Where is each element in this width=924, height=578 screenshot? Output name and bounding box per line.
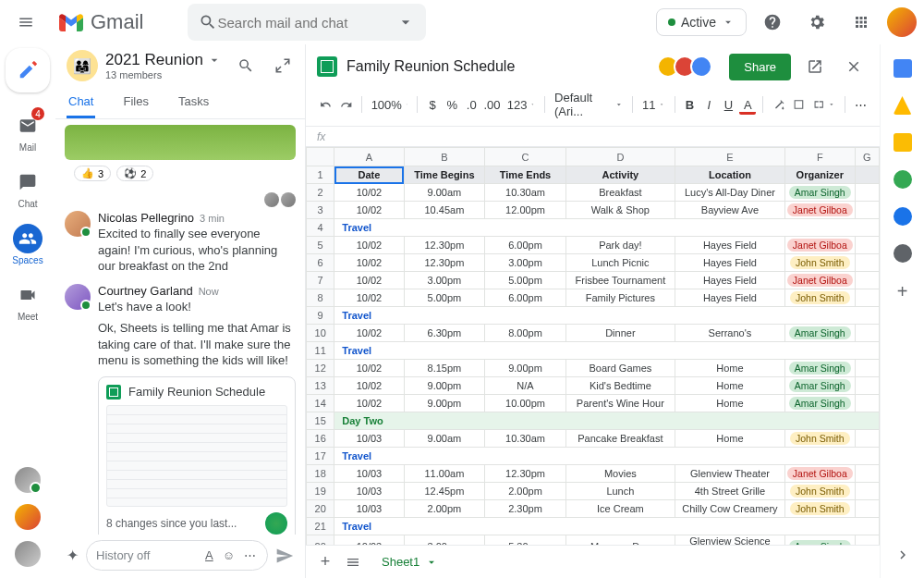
open-new-button[interactable] [800, 52, 830, 81]
cell[interactable]: 12.30pm [404, 237, 485, 254]
cell[interactable]: Home [675, 377, 784, 395]
row-header[interactable]: 1 [307, 166, 334, 184]
cell[interactable]: Movies [565, 465, 675, 483]
cell[interactable]: Lunch [565, 483, 675, 500]
cell[interactable]: 10/02 [334, 184, 404, 202]
cell[interactable]: John Smith [784, 289, 855, 307]
cell[interactable]: 10/02 [334, 360, 404, 377]
cell[interactable]: 10/02 [334, 377, 404, 395]
nav-mail[interactable]: 4 Mail [4, 107, 52, 156]
zoom-select[interactable]: 100% [369, 95, 411, 115]
cell[interactable]: Location [675, 166, 784, 184]
cell[interactable]: 5.00pm [485, 272, 566, 289]
row-header[interactable]: 5 [307, 237, 334, 254]
cell[interactable]: 3.00pm [404, 535, 485, 546]
format-icon[interactable]: A [203, 547, 215, 564]
more-icon[interactable]: ⋯ [242, 547, 258, 564]
cell[interactable]: Lunch Picnic [565, 254, 675, 272]
share-button[interactable]: Share [729, 54, 791, 80]
cell[interactable]: Day Two [334, 412, 880, 430]
cell[interactable]: Kid's Bedtime [565, 377, 675, 395]
cell[interactable]: Chilly Cow Creamery [675, 500, 784, 518]
cell[interactable]: 10/03 [334, 500, 404, 518]
cell[interactable]: Travel [334, 219, 880, 237]
cell[interactable]: Walk & Shop [565, 202, 675, 219]
row-header[interactable]: 3 [307, 202, 334, 219]
help-button[interactable] [754, 4, 791, 41]
cell[interactable]: 2.00pm [485, 483, 566, 500]
cell[interactable]: Travel [334, 342, 880, 360]
close-button[interactable] [839, 52, 869, 81]
message-input[interactable]: History off A ☺ ⋯ [86, 540, 268, 571]
cell[interactable]: Activity [565, 166, 675, 184]
cell[interactable]: Bayview Ave [675, 202, 784, 219]
cell[interactable]: 12.30pm [404, 254, 485, 272]
cell[interactable]: Frisbee Tournament [565, 272, 675, 289]
row-header[interactable]: 20 [307, 500, 334, 518]
cell[interactable]: Janet Gilboa [784, 465, 855, 483]
keep-icon[interactable] [894, 133, 912, 152]
cell[interactable]: Home [675, 395, 784, 412]
fontsize-select[interactable]: 11 [639, 95, 668, 115]
cell[interactable]: 10.00pm [485, 395, 566, 412]
row-header[interactable]: 21 [307, 518, 334, 535]
nav-spaces[interactable]: Spaces [4, 220, 52, 269]
cell[interactable]: Amar Singh [784, 325, 855, 342]
row-header[interactable]: 6 [307, 254, 334, 272]
nav-chat[interactable]: Chat [4, 164, 52, 213]
cell[interactable]: 10/03 [334, 430, 404, 448]
cell[interactable]: 10/02 [334, 202, 404, 219]
cell[interactable]: Janet Gilboa [784, 202, 855, 219]
cell[interactable]: 10/02 [334, 395, 404, 412]
cell[interactable]: John Smith [784, 483, 855, 500]
cell[interactable]: Glenview Science Center [675, 535, 784, 546]
cell[interactable]: Board Games [565, 360, 675, 377]
add-sheet-button[interactable]: + [317, 549, 334, 574]
sheet-tab[interactable]: Sheet1 [372, 551, 447, 572]
cell[interactable]: 5.30pm [485, 535, 566, 546]
tasks-icon[interactable] [894, 207, 912, 226]
main-menu-button[interactable] [7, 4, 44, 41]
cell[interactable]: Serrano's [675, 325, 784, 342]
cell[interactable]: 10.30am [485, 430, 566, 448]
row-header[interactable]: 14 [307, 395, 334, 412]
drive-icon[interactable] [894, 96, 912, 115]
row-header[interactable]: 13 [307, 377, 334, 395]
cell[interactable]: 3.00pm [404, 272, 485, 289]
cell[interactable]: Travel [334, 518, 880, 535]
formula-bar[interactable]: fx [306, 127, 880, 147]
row-header[interactable]: 12 [307, 360, 334, 377]
font-select[interactable]: Default (Ari... [552, 88, 626, 121]
bold-button[interactable]: B [681, 95, 698, 115]
merge-button[interactable] [810, 94, 838, 115]
row-header[interactable]: 2 [307, 184, 334, 202]
cell[interactable]: Janet Gilboa [784, 272, 855, 289]
cell[interactable]: Park day! [565, 237, 675, 254]
cell[interactable]: 10/02 [334, 254, 404, 272]
compose-button[interactable] [6, 48, 50, 92]
format-select[interactable]: 123 [505, 95, 538, 115]
row-header[interactable]: 16 [307, 430, 334, 448]
cell[interactable]: Family Pictures [565, 289, 675, 307]
cell[interactable]: Amar Singh [784, 184, 855, 202]
status-chip[interactable]: Active [656, 8, 747, 36]
send-button[interactable] [274, 545, 296, 567]
cell[interactable]: 3.00pm [485, 254, 566, 272]
cell[interactable]: 10/02 [334, 289, 404, 307]
cell[interactable]: 6.00pm [485, 289, 566, 307]
dec-decrease-button[interactable]: .0 [463, 95, 480, 115]
pinned-contact[interactable] [15, 467, 41, 493]
row-header[interactable]: 10 [307, 325, 334, 342]
cell[interactable]: Amar Singh [784, 535, 855, 546]
cell[interactable]: 9.00am [404, 430, 485, 448]
row-header[interactable]: 7 [307, 272, 334, 289]
percent-button[interactable]: % [444, 95, 460, 115]
italic-button[interactable]: I [700, 95, 717, 115]
nav-meet[interactable]: Meet [4, 277, 52, 326]
row-header[interactable]: 17 [307, 448, 334, 465]
chat-image-attachment[interactable] [65, 125, 296, 160]
cell[interactable]: Home [675, 430, 784, 448]
cell[interactable]: Hayes Field [675, 272, 784, 289]
cell[interactable]: 10/03 [334, 535, 404, 546]
currency-button[interactable]: $ [424, 95, 441, 115]
